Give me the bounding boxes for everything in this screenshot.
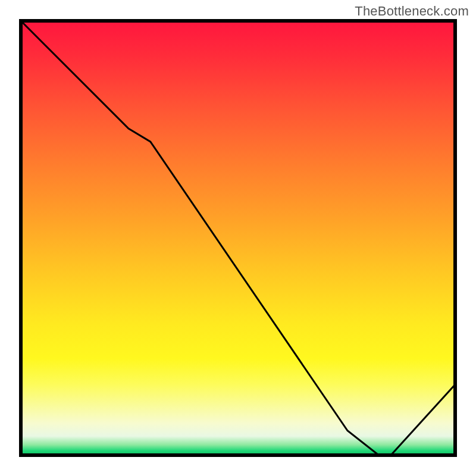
attribution-label: TheBottleneck.com [355, 4, 469, 19]
plot-area [19, 19, 457, 457]
chart-canvas: TheBottleneck.com [0, 0, 476, 476]
data-line [19, 19, 457, 455]
plot-svg [19, 19, 457, 457]
